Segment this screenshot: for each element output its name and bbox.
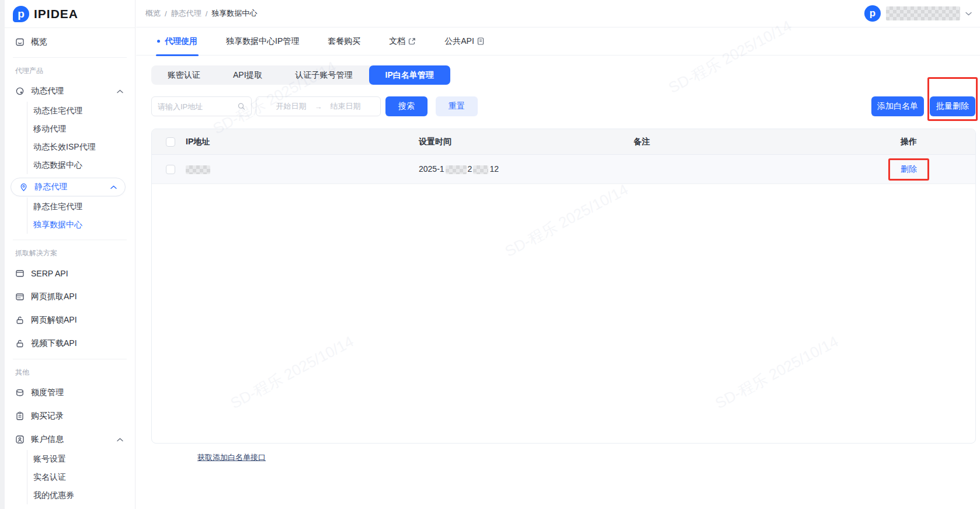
browser-icon	[15, 269, 25, 278]
column-header-ip: IP地址	[175, 137, 419, 147]
sidebar-item-label: 视频下载API	[31, 338, 77, 349]
search-icon	[238, 102, 245, 110]
sidebar-item-label: 账户信息	[31, 434, 64, 445]
sidebar-item-label: 账号设置	[33, 454, 66, 465]
sidebar-item-video-download-api[interactable]: 视频下载API	[5, 334, 135, 353]
dynamic-proxy-sublist: 动态住宅代理 移动代理 动态长效ISP代理 动态数据中心	[27, 102, 135, 174]
topbar: 概览 / 静态代理 / 独享数据中心 p	[136, 0, 980, 27]
sidebar-item-account-info[interactable]: 账户信息	[5, 430, 135, 449]
tab-docs[interactable]: 文档	[389, 27, 416, 56]
ipidea-logo-icon: p	[13, 6, 29, 22]
time-redacted	[473, 165, 488, 174]
ip-search-input[interactable]	[158, 102, 238, 111]
sidebar-item-account-settings[interactable]: 账号设置	[27, 450, 135, 468]
overview-icon	[15, 37, 25, 47]
breadcrumb-separator: /	[206, 9, 208, 18]
sidebar-item-my-coupons[interactable]: 我的优惠券	[27, 486, 135, 504]
tab-proxy-usage[interactable]: 代理使用	[157, 27, 197, 56]
sidebar-item-label: 网页抓取API	[31, 292, 77, 302]
date-range-picker[interactable]: 开始日期 → 结束日期	[256, 96, 381, 116]
table-header-row: IP地址 设置时间 备注 操作	[152, 129, 975, 155]
sidebar-item-dynamic-datacenter[interactable]: 动态数据中心	[27, 156, 135, 174]
sidebar-item-label: 概览	[31, 37, 47, 47]
sidebar-item-label: 静态住宅代理	[33, 202, 82, 212]
sidebar-item-overview[interactable]: 概览	[5, 33, 135, 51]
sidebar-item-quota-management[interactable]: 额度管理	[5, 383, 135, 402]
subtab-label: API提取	[233, 70, 263, 81]
page-left-rail	[0, 0, 5, 509]
breadcrumb-item-static-proxy[interactable]: 静态代理	[171, 8, 201, 19]
external-link-icon	[408, 37, 416, 45]
column-header-set-time: 设置时间	[419, 137, 634, 147]
table-row: 2025-1212 删除	[152, 155, 975, 184]
whitelist-table-card: IP地址 设置时间 备注 操作 2025-1212 删除	[151, 129, 976, 444]
date-end-placeholder: 结束日期	[331, 101, 361, 112]
get-whitelist-api-link[interactable]: 获取添加白名单接口	[197, 452, 266, 463]
sidebar-item-dynamic-proxy[interactable]: 动态代理	[5, 82, 135, 101]
tab-label: 公共API	[444, 36, 474, 47]
subtab-ip-whitelist-management[interactable]: IP白名单管理	[369, 65, 450, 85]
sidebar-item-label: 动态代理	[31, 86, 64, 96]
chevron-down-icon[interactable]	[965, 12, 972, 16]
sidebar-item-purchase-record[interactable]: 购买记录	[5, 407, 135, 425]
sidebar-item-label: 动态长效ISP代理	[33, 142, 96, 153]
sidebar-item-label: SERP API	[31, 269, 68, 278]
sidebar-item-label: 移动代理	[33, 124, 66, 134]
username-redacted	[886, 6, 960, 20]
breadcrumb: 概览 / 静态代理 / 独享数据中心	[145, 8, 257, 19]
tab-label: 套餐购买	[328, 36, 360, 47]
user-menu[interactable]: p	[864, 5, 972, 22]
sidebar-item-dynamic-isp[interactable]: 动态长效ISP代理	[27, 138, 135, 156]
search-button[interactable]: 搜索	[385, 96, 428, 116]
subtab-sub-account-management[interactable]: 认证子账号管理	[279, 65, 369, 85]
account-sublist: 账号设置 实名认证 我的优惠券	[27, 450, 135, 504]
coins-icon	[15, 388, 25, 397]
filter-row: 开始日期 → 结束日期 搜索 重置 添加白名单 批量删除	[151, 96, 975, 116]
subtab-account-password-auth[interactable]: 账密认证	[151, 65, 217, 85]
section-label-proxy: 代理产品	[5, 58, 135, 77]
chevron-up-icon[interactable]	[117, 89, 123, 94]
whitelist-action-buttons: 添加白名单 批量删除	[871, 96, 975, 116]
arrow-right-icon: →	[315, 102, 322, 111]
sidebar-item-dedicated-datacenter[interactable]: 独享数据中心	[27, 216, 135, 234]
reset-button[interactable]: 重置	[436, 96, 478, 116]
batch-delete-button[interactable]: 批量删除	[930, 96, 975, 116]
ip-search-field[interactable]	[151, 96, 252, 116]
time-text: 12	[489, 164, 499, 174]
tab-dedicated-dc-ip-management[interactable]: 独享数据中心IP管理	[226, 27, 299, 56]
chevron-up-icon[interactable]	[110, 185, 117, 189]
section-label-scraping: 抓取解决方案	[5, 240, 135, 259]
tab-label: 代理使用	[165, 36, 197, 47]
sidebar-item-static-proxy[interactable]: 静态代理	[11, 178, 126, 196]
subtab-label: 认证子账号管理	[296, 70, 353, 81]
add-whitelist-button[interactable]: 添加白名单	[871, 96, 924, 116]
sidebar-item-mobile-proxy[interactable]: 移动代理	[27, 120, 135, 138]
select-all-checkbox[interactable]	[166, 137, 175, 147]
tab-public-api[interactable]: 公共API	[444, 27, 484, 56]
sidebar-item-label: 动态数据中心	[33, 160, 82, 171]
sidebar-item-dynamic-residential[interactable]: 动态住宅代理	[27, 102, 135, 120]
subtab-api-extraction[interactable]: API提取	[217, 65, 279, 85]
sidebar-item-web-scraping-api[interactable]: 网页抓取API	[5, 288, 135, 306]
sidebar-item-label: 静态代理	[34, 182, 67, 192]
sidebar-item-web-unlock-api[interactable]: 网页解锁API	[5, 311, 135, 330]
breadcrumb-item-overview[interactable]: 概览	[145, 8, 161, 19]
sidebar-item-serp-api[interactable]: SERP API	[5, 264, 135, 283]
date-start-placeholder: 开始日期	[276, 101, 307, 112]
brand-logo[interactable]: p IPIDEA	[5, 0, 135, 28]
tab-label: 文档	[389, 36, 405, 47]
time-text: 2	[468, 164, 472, 174]
clipboard-icon	[15, 411, 25, 421]
brand-name: IPIDEA	[34, 7, 78, 21]
chevron-up-icon[interactable]	[117, 438, 123, 442]
delete-link[interactable]: 删除	[901, 164, 917, 174]
location-pin-icon	[19, 183, 28, 192]
tab-label: 独享数据中心IP管理	[226, 36, 299, 47]
sidebar-item-static-residential[interactable]: 静态住宅代理	[27, 198, 135, 216]
sidebar-item-real-name-auth[interactable]: 实名认证	[27, 468, 135, 486]
tab-plan-purchase[interactable]: 套餐购买	[328, 27, 360, 56]
row-checkbox[interactable]	[166, 165, 175, 174]
browser-grid-icon	[15, 292, 25, 302]
breadcrumb-item-current: 独享数据中心	[211, 8, 257, 19]
sidebar: p IPIDEA 概览 代理产品 动态代理 动态住宅代理 移动代理 动态长效IS…	[5, 0, 135, 509]
